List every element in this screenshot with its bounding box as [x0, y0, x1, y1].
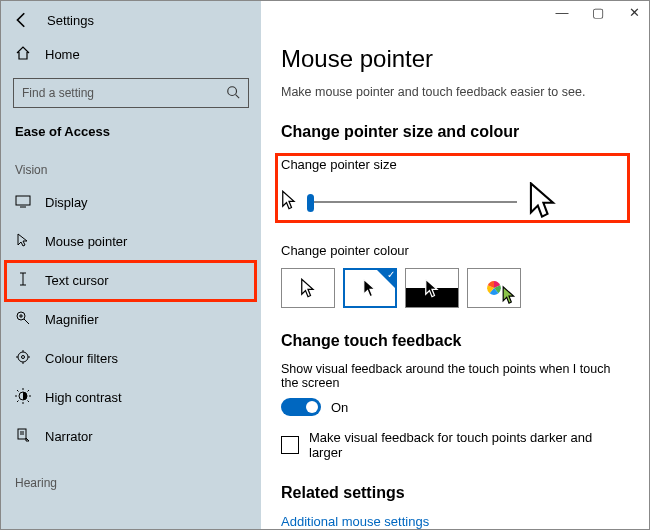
sidebar-item-magnifier[interactable]: Magnifier: [1, 300, 261, 339]
check-icon: ✓: [387, 269, 395, 280]
main-content: — ▢ ✕ Mouse pointer Make mouse pointer a…: [261, 1, 649, 529]
text-cursor-icon: [15, 271, 31, 290]
additional-mouse-settings-link[interactable]: Additional mouse settings: [281, 514, 629, 529]
group-vision: Vision: [1, 153, 261, 183]
darker-larger-checkbox[interactable]: [281, 436, 299, 454]
page-subtitle: Make mouse pointer and touch feedback ea…: [281, 85, 629, 99]
svg-point-12: [22, 356, 25, 359]
pointer-colour-white[interactable]: [281, 268, 335, 308]
checkbox-label: Make visual feedback for touch points da…: [309, 430, 629, 460]
sidebar-item-label: High contrast: [45, 390, 122, 405]
sidebar-item-label: Narrator: [45, 429, 93, 444]
svg-line-25: [28, 390, 30, 392]
sidebar-item-label: Display: [45, 195, 88, 210]
sidebar-item-text-cursor[interactable]: Text cursor: [1, 261, 261, 300]
section-touch: Change touch feedback: [281, 332, 629, 350]
home-icon: [15, 45, 31, 64]
section-related: Related settings: [281, 484, 629, 502]
back-button[interactable]: [13, 11, 31, 29]
sidebar-item-mouse-pointer[interactable]: Mouse pointer: [1, 222, 261, 261]
sidebar-item-label: Mouse pointer: [45, 234, 127, 249]
svg-point-0: [228, 86, 237, 95]
svg-line-8: [24, 319, 29, 324]
touch-feedback-text: Show visual feedback around the touch po…: [281, 362, 629, 390]
slider-thumb[interactable]: [307, 194, 314, 212]
home-label: Home: [45, 47, 80, 62]
search-icon: [226, 85, 240, 102]
category-label: Ease of Access: [1, 118, 261, 153]
sidebar-item-display[interactable]: Display: [1, 183, 261, 222]
sidebar-item-label: Magnifier: [45, 312, 98, 327]
page-title: Mouse pointer: [281, 45, 629, 73]
maximize-button[interactable]: ▢: [589, 5, 607, 20]
pointer-colour-black[interactable]: ✓: [343, 268, 397, 308]
svg-point-11: [18, 352, 28, 362]
slider-track[interactable]: [307, 201, 517, 203]
minimize-button[interactable]: —: [553, 5, 571, 20]
svg-line-24: [17, 401, 19, 403]
search-input[interactable]: Find a setting: [13, 78, 249, 108]
group-hearing: Hearing: [1, 466, 261, 496]
sidebar-item-label: Colour filters: [45, 351, 118, 366]
search-placeholder: Find a setting: [22, 86, 94, 100]
sidebar-item-colour-filters[interactable]: Colour filters: [1, 339, 261, 378]
magnifier-icon: [15, 310, 31, 329]
section-size-colour: Change pointer size and colour: [281, 123, 629, 141]
pointer-colour-label: Change pointer colour: [281, 243, 629, 258]
sidebar-item-label: Text cursor: [45, 273, 109, 288]
sidebar: Settings Home Find a setting Ease of Acc…: [1, 1, 261, 529]
svg-line-1: [236, 94, 240, 98]
sidebar-home[interactable]: Home: [1, 37, 261, 72]
svg-line-23: [28, 401, 30, 403]
sidebar-item-narrator[interactable]: Narrator: [1, 417, 261, 456]
close-button[interactable]: ✕: [625, 5, 643, 20]
pointer-size-label: Change pointer size: [281, 157, 629, 172]
touch-feedback-toggle[interactable]: [281, 398, 321, 416]
mouse-pointer-icon: [15, 232, 31, 251]
sidebar-item-high-contrast[interactable]: High contrast: [1, 378, 261, 417]
cursor-small-icon: [281, 190, 297, 213]
display-icon: [15, 193, 31, 212]
app-title: Settings: [47, 13, 94, 28]
svg-line-22: [17, 390, 19, 392]
cursor-large-icon: [527, 182, 557, 221]
pointer-size-slider[interactable]: [281, 182, 629, 221]
pointer-colour-custom[interactable]: [467, 268, 521, 308]
narrator-icon: [15, 427, 31, 446]
toggle-state: On: [331, 400, 348, 415]
pointer-colour-inverted[interactable]: [405, 268, 459, 308]
high-contrast-icon: [15, 388, 31, 407]
svg-rect-2: [16, 196, 30, 205]
colour-filters-icon: [15, 349, 31, 368]
